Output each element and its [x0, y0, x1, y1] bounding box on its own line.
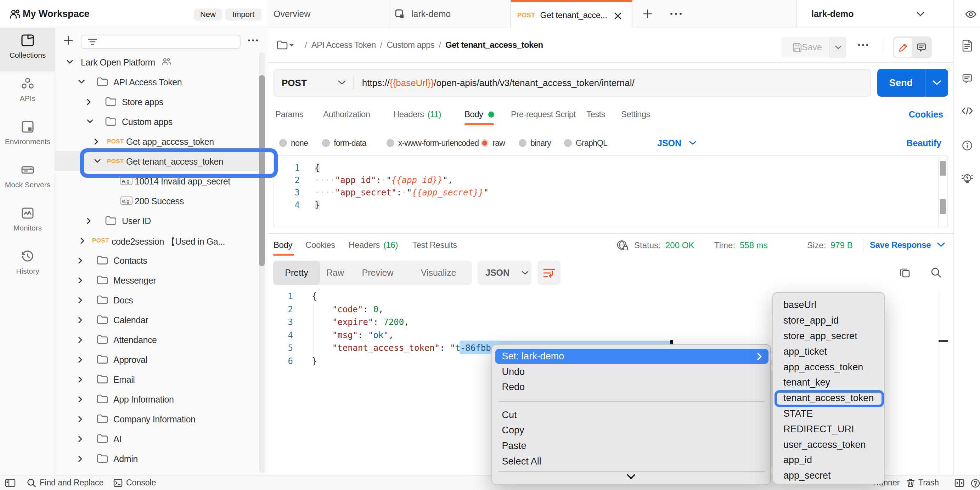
pull-request-lightbulb-icon[interactable]	[961, 172, 973, 183]
info-icon[interactable]	[962, 140, 972, 151]
tree-row-custom-apps[interactable]: Custom apps	[55, 111, 268, 132]
tree-row-200-success[interactable]: e.g. 200 Success	[55, 191, 268, 211]
tree-expand-chevron-icon[interactable]	[94, 138, 99, 145]
tree-row-ai[interactable]: AI	[55, 429, 268, 449]
tree-row-messenger[interactable]: Messenger	[55, 270, 268, 290]
sidebar-filter-input[interactable]	[81, 35, 240, 49]
environment-selector[interactable]: lark-demo	[797, 0, 980, 28]
tree-row-admin[interactable]: Admin	[55, 449, 268, 468]
submenu-item-baseurl[interactable]: baseUrl	[773, 297, 885, 313]
sidebar-nav-item-apis[interactable]: APIs	[0, 71, 55, 115]
tree-row-docs[interactable]: Docs	[55, 290, 268, 310]
tree-expand-chevron-icon[interactable]	[80, 238, 85, 244]
request-tab-authorization[interactable]: Authorization	[323, 103, 370, 125]
breadcrumb-segment[interactable]: Custom apps	[387, 40, 434, 50]
tree-row-calendar[interactable]: Calendar	[55, 310, 268, 330]
tree-expand-chevron-icon[interactable]	[87, 119, 93, 124]
response-view-visualize[interactable]: Visualize	[405, 260, 472, 285]
submenu-item-app_access_token[interactable]: app_access_token	[773, 359, 885, 375]
response-tab-test-results[interactable]: Test Results	[412, 234, 457, 256]
context-menu-item-copy[interactable]: Copy	[495, 423, 768, 438]
request-tab-headers[interactable]: Headers(11)	[393, 103, 441, 125]
submenu-item-tenant_key[interactable]: tenant_key	[773, 375, 885, 390]
tree-expand-chevron-icon[interactable]	[78, 376, 83, 383]
environment-quick-look-eye-icon[interactable]	[965, 10, 977, 18]
submenu-item-redirect_uri[interactable]: REDIRECT_URI	[773, 421, 885, 437]
response-tab-headers[interactable]: Headers(16)	[348, 234, 398, 256]
tree-row-attendance[interactable]: Attendance	[55, 330, 268, 349]
tab-overview[interactable]: Overview	[268, 0, 390, 28]
import-button[interactable]: Import	[225, 8, 261, 21]
breadcrumb-segment[interactable]: API Access Token	[312, 40, 376, 50]
network-globe-lock-icon[interactable]	[616, 240, 628, 251]
tree-row-user-id[interactable]: User ID	[55, 211, 268, 230]
tree-row-approval[interactable]: Approval	[55, 349, 268, 369]
request-tab-settings[interactable]: Settings	[621, 103, 650, 125]
submenu-item-store_app_id[interactable]: store_app_id	[773, 313, 885, 328]
request-tab-body[interactable]: Body	[465, 103, 494, 125]
tab-active-request[interactable]: POST Get tenant_acce...	[511, 0, 632, 29]
tree-expand-chevron-icon[interactable]	[78, 277, 83, 284]
tree-row-code2session-used-in-ga[interactable]: POST code2session 【Used in Ga...	[55, 230, 268, 250]
request-body-editor[interactable]: 1{2····"app_id":·"{{app_id}}",3····"app_…	[274, 155, 948, 227]
breadcrumb-folder-icon[interactable]	[276, 40, 295, 51]
wrap-lines-button[interactable]	[538, 260, 560, 285]
documentation-icon[interactable]	[962, 40, 972, 52]
submenu-item-store_app_secret[interactable]: store_app_secret	[773, 328, 885, 344]
request-tab-params[interactable]: Params	[275, 103, 303, 125]
new-button[interactable]: New	[194, 8, 222, 21]
sidebar-nav-item-collections[interactable]: Collections	[0, 29, 55, 71]
submenu-item-user_access_token[interactable]: user_access_token	[773, 437, 885, 452]
submenu-item-app_secret[interactable]: app_secret	[773, 468, 885, 484]
sidebar-nav-item-monitors[interactable]: Monitors	[0, 201, 55, 244]
tree-expand-chevron-icon[interactable]	[78, 456, 83, 462]
new-tab-plus-icon[interactable]	[643, 9, 652, 18]
response-language-select[interactable]: JSON	[477, 260, 531, 285]
send-button[interactable]: Send	[877, 69, 948, 97]
context-menu-item-set-lark-demo[interactable]: Set: lark-demo	[495, 349, 768, 364]
request-tab-tests[interactable]: Tests	[586, 103, 605, 125]
tree-expand-chevron-icon[interactable]	[78, 317, 83, 323]
tree-expand-chevron-icon[interactable]	[78, 80, 85, 84]
sidebar-nav-item-environments[interactable]: Environments	[0, 115, 55, 158]
comment-mode-button[interactable]	[912, 38, 931, 57]
save-button[interactable]: Save	[781, 37, 846, 58]
tree-expand-chevron-icon[interactable]	[78, 297, 83, 303]
context-menu-item-select-all[interactable]: Select All	[495, 454, 768, 469]
tree-expand-chevron-icon[interactable]	[87, 99, 91, 105]
cookies-link[interactable]: Cookies	[909, 103, 943, 125]
context-menu-item-undo[interactable]: Undo	[495, 364, 768, 379]
toggle-sidebar-icon[interactable]	[5, 479, 16, 487]
method-select[interactable]: POST	[282, 78, 307, 89]
response-view-preview[interactable]: Preview	[350, 260, 405, 285]
two-pane-layout-icon[interactable]	[955, 479, 964, 487]
editor-scrollbar-thumb[interactable]	[940, 199, 946, 214]
find-and-replace-button[interactable]: Find and Replace	[27, 476, 103, 490]
tree-expand-chevron-icon[interactable]	[67, 60, 73, 64]
context-menu-item-cut[interactable]: Cut	[495, 408, 768, 423]
tree-expand-chevron-icon[interactable]	[78, 436, 83, 442]
workspace-title[interactable]: My Workspace	[23, 0, 90, 28]
send-options-chevron-icon[interactable]	[925, 69, 948, 97]
editor-scrollbar-thumb[interactable]	[940, 161, 946, 176]
body-mode-form-data[interactable]: form-data	[322, 135, 366, 151]
tree-row-contacts[interactable]: Contacts	[55, 250, 268, 270]
beautify-link[interactable]: Beautify	[906, 135, 941, 151]
request-more-ellipsis-icon[interactable]	[858, 43, 869, 47]
comments-icon[interactable]	[962, 74, 972, 84]
console-button[interactable]: Console	[113, 476, 156, 490]
response-view-pretty[interactable]: Pretty	[273, 260, 320, 285]
sidebar-nav-item-history[interactable]: History	[0, 244, 55, 287]
tree-expand-chevron-icon[interactable]	[87, 218, 91, 224]
submenu-item-state[interactable]: STATE	[773, 406, 885, 422]
save-options-chevron-icon[interactable]	[829, 37, 846, 58]
url-input[interactable]: https://{{baseUrl}}/open-apis/auth/v3/te…	[362, 78, 635, 89]
tab-close-icon[interactable]	[614, 12, 622, 20]
help-icon[interactable]	[971, 479, 980, 488]
body-mode-x-www-form-urlencoded[interactable]: x-www-form-urlencoded	[387, 135, 479, 151]
edit-mode-button[interactable]	[894, 38, 912, 57]
body-mode-none[interactable]: none	[279, 135, 308, 151]
request-tab-pre-request-script[interactable]: Pre-request Script	[511, 103, 576, 125]
tab-options-ellipsis-icon[interactable]	[670, 12, 682, 16]
tree-row-app-information[interactable]: App Information	[55, 389, 268, 409]
